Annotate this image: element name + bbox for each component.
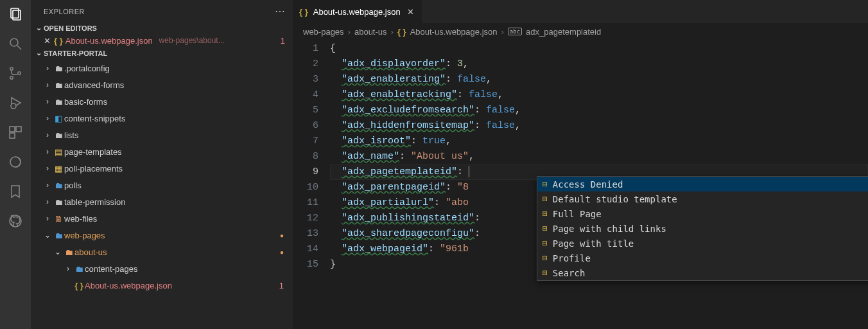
source-control-icon[interactable] — [6, 64, 24, 82]
svg-point-4 — [10, 67, 13, 70]
autocomplete-item[interactable]: ⊟Access Denied — [537, 177, 868, 191]
autocomplete-item[interactable]: ⊟Profile — [537, 251, 868, 265]
tab-about-us-json[interactable]: { } About-us.webpage.json ✕ — [293, 0, 422, 23]
open-editor-path: web-pages\about... — [159, 36, 225, 45]
autocomplete-popup[interactable]: ⊟Access Denied⊟Default studio template⊟F… — [537, 176, 868, 281]
workspace-label: STARTER-PORTAL — [44, 49, 107, 57]
enum-icon: ⊟ — [542, 179, 548, 189]
sidebar: EXPLORER ⋯ ⌄ OPEN EDITORS ✕ { } About-us… — [31, 0, 293, 329]
autocomplete-item[interactable]: ⊟Page with title — [537, 236, 868, 251]
svg-point-8 — [11, 103, 16, 109]
autocomplete-item[interactable]: ⊟Page with child links — [537, 221, 868, 236]
chevron-down-icon: ⌄ — [33, 49, 44, 57]
svg-rect-11 — [10, 133, 15, 138]
tree-folder-page-templates[interactable]: ›▤page-templates — [31, 143, 293, 160]
breadcrumb-symbol[interactable]: adx_pagetemplateid — [526, 27, 601, 37]
tree-folder-portalconfig[interactable]: ›🖿.portalconfig — [31, 60, 293, 76]
sidebar-title-bar: EXPLORER ⋯ — [31, 0, 293, 22]
svg-point-5 — [10, 76, 13, 79]
extensions-icon[interactable] — [6, 123, 24, 141]
tree-folder-lists[interactable]: ›🖿lists — [31, 127, 293, 143]
modified-dot-icon: ● — [280, 232, 284, 239]
chevron-down-icon: ⌄ — [33, 24, 44, 32]
breadcrumbs: web-pages › about-us › { } About-us.webp… — [293, 23, 868, 40]
workspace-header[interactable]: ⌄ STARTER-PORTAL — [31, 48, 293, 58]
sidebar-more-icon[interactable]: ⋯ — [275, 5, 286, 17]
enum-icon: ⊟ — [542, 194, 548, 204]
enum-icon: ⊟ — [542, 224, 548, 233]
power-platform-icon[interactable] — [6, 153, 24, 171]
breadcrumb-file[interactable]: About-us.webpage.json — [410, 27, 498, 37]
close-icon[interactable]: ✕ — [42, 36, 51, 46]
bookmark-icon[interactable] — [6, 182, 24, 200]
svg-line-3 — [17, 46, 21, 49]
tree-folder-web-files[interactable]: ›🗎web-files — [31, 210, 293, 227]
autocomplete-item[interactable]: ⊟Default studio template — [537, 191, 868, 206]
open-editor-filename: About-us.webpage.json — [65, 36, 153, 46]
tree-folder-basic-forms[interactable]: ›🖿basic-forms — [31, 93, 293, 110]
breadcrumb-web-pages[interactable]: web-pages — [303, 27, 344, 37]
file-error-badge: 1 — [279, 281, 284, 290]
symbol-string-icon: abc — [508, 28, 522, 35]
sidebar-title: EXPLORER — [44, 8, 275, 15]
enum-icon: ⊟ — [542, 268, 548, 278]
open-editors-header[interactable]: ⌄ OPEN EDITORS — [31, 22, 293, 33]
run-debug-icon[interactable] — [6, 94, 24, 112]
open-editor-item[interactable]: ✕ { } About-us.webpage.json web-pages\ab… — [31, 33, 293, 48]
json-file-icon: { } — [299, 7, 308, 17]
editor-tabs: { } About-us.webpage.json ✕ — [293, 0, 868, 23]
svg-point-6 — [18, 72, 21, 75]
code-line[interactable]: "adx_enabletracking": false, — [330, 87, 868, 103]
chevron-right-icon: › — [348, 27, 351, 37]
search-icon[interactable] — [6, 35, 24, 53]
tree-file-about-us-json[interactable]: { }About-us.webpage.json1 — [31, 277, 293, 294]
enum-icon: ⊟ — [542, 253, 548, 263]
enum-icon: ⊟ — [542, 238, 548, 248]
code-line[interactable]: "adx_displayorder": 3, — [330, 57, 868, 72]
activity-bar — [0, 0, 31, 329]
tree-folder-polls[interactable]: ›🖿polls — [31, 177, 293, 193]
code-line[interactable]: { — [330, 41, 868, 57]
open-editor-error-badge: 1 — [281, 36, 285, 46]
tab-label: About-us.webpage.json — [313, 7, 401, 17]
code-line[interactable]: "adx_hiddenfromsitemap": false, — [330, 118, 868, 134]
code-editor[interactable]: 123456789101112131415 { "adx_displayorde… — [293, 40, 868, 329]
explorer-icon[interactable] — [6, 5, 24, 23]
editor: { } About-us.webpage.json ✕ web-pages › … — [293, 0, 868, 329]
chevron-right-icon: › — [501, 27, 504, 37]
json-file-icon: { } — [397, 27, 406, 37]
tree-folder-content-snippets[interactable]: ›◧content-snippets — [31, 110, 293, 127]
tree-folder-poll-placements[interactable]: ›▦poll-placements — [31, 160, 293, 177]
code-line[interactable]: "adx_name": "About us", — [330, 149, 868, 164]
autocomplete-item[interactable]: ⊟Full Page — [537, 206, 868, 221]
code-line[interactable]: "adx_excludefromsearch": false, — [330, 103, 868, 118]
tree-folder-about-us[interactable]: ⌄🖿about-us● — [31, 244, 293, 260]
tree-folder-content-pages[interactable]: ›🖿content-pages — [31, 260, 293, 277]
autocomplete-item[interactable]: ⊟Search — [537, 265, 868, 280]
enum-icon: ⊟ — [542, 209, 548, 218]
close-icon[interactable]: ✕ — [406, 7, 415, 17]
github-icon[interactable] — [6, 212, 24, 230]
modified-dot-icon: ● — [280, 249, 284, 256]
file-tree: ›🖿.portalconfig ›🖿advanced-forms ›🖿basic… — [31, 58, 293, 294]
chevron-right-icon: › — [391, 27, 394, 37]
json-file-icon: { } — [54, 36, 63, 46]
tree-folder-web-pages[interactable]: ⌄🖿web-pages● — [31, 227, 293, 244]
svg-rect-10 — [16, 127, 21, 132]
tree-folder-advanced-forms[interactable]: ›🖿advanced-forms — [31, 76, 293, 93]
tree-folder-table-permission[interactable]: ›🖿table-permission — [31, 193, 293, 210]
breadcrumb-about-us[interactable]: about-us — [354, 27, 387, 37]
line-number-gutter: 123456789101112131415 — [293, 40, 330, 329]
open-editors-label: OPEN EDITORS — [44, 24, 97, 32]
svg-point-2 — [10, 39, 18, 46]
svg-rect-9 — [10, 127, 15, 132]
code-line[interactable]: "adx_enablerating": false, — [330, 72, 868, 87]
code-content[interactable]: { "adx_displayorder": 3, "adx_enablerati… — [330, 40, 868, 329]
code-line[interactable]: "adx_isroot": true, — [330, 134, 868, 149]
